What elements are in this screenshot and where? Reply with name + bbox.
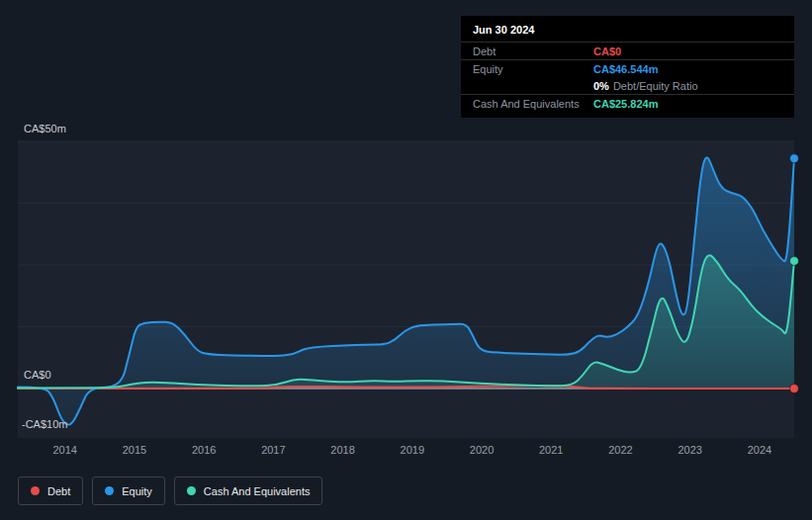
x-tick-2021: 2021 bbox=[539, 444, 563, 456]
chart-plot-area[interactable] bbox=[18, 141, 794, 438]
tooltip-ratio-row: 0% Debt/Equity Ratio bbox=[461, 77, 794, 94]
tooltip-debt-value: CA$0 bbox=[593, 45, 621, 57]
x-tick-2017: 2017 bbox=[261, 444, 285, 456]
debt-color-dot-icon bbox=[31, 486, 40, 495]
tooltip-cash-label: Cash And Equivalents bbox=[473, 98, 593, 110]
series-endpoint-equity[interactable] bbox=[790, 154, 799, 163]
tooltip-equity-row: Equity CA$46.544m bbox=[461, 60, 794, 77]
x-tick-2014: 2014 bbox=[52, 444, 76, 456]
y-axis-label-zero: CA$0 bbox=[24, 369, 51, 381]
tooltip-date: Jun 30 2024 bbox=[461, 16, 794, 42]
tooltip-ratio-label: Debt/Equity Ratio bbox=[613, 80, 698, 92]
y-axis-label-neg10m: -CA$10m bbox=[22, 418, 67, 430]
tooltip-debt-label: Debt bbox=[473, 45, 593, 57]
legend-item-cash[interactable]: Cash And Equivalents bbox=[174, 477, 323, 505]
tooltip-cash-value: CA$25.824m bbox=[593, 98, 658, 110]
x-tick-2016: 2016 bbox=[192, 444, 216, 456]
tooltip-ratio-value: 0% bbox=[593, 80, 609, 92]
x-tick-2018: 2018 bbox=[330, 444, 354, 456]
legend-item-debt[interactable]: Debt bbox=[18, 477, 83, 505]
x-tick-2022: 2022 bbox=[608, 444, 632, 456]
tooltip-debt-row: Debt CA$0 bbox=[461, 43, 794, 59]
x-tick-2015: 2015 bbox=[123, 444, 146, 456]
tooltip-equity-label: Equity bbox=[473, 63, 593, 75]
equity-color-dot-icon bbox=[105, 486, 114, 495]
debt-equity-history-chart[interactable] bbox=[18, 141, 794, 438]
legend-item-equity[interactable]: Equity bbox=[92, 477, 165, 505]
series-endpoint-cash[interactable] bbox=[790, 256, 799, 265]
x-tick-2019: 2019 bbox=[401, 444, 424, 456]
x-axis: 2014201520162017201820192020202120222023… bbox=[0, 444, 812, 458]
legend-label-equity: Equity bbox=[122, 485, 152, 497]
y-axis-label-50m: CA$50m bbox=[24, 123, 66, 134]
cash-color-dot-icon bbox=[187, 486, 196, 495]
x-tick-2023: 2023 bbox=[677, 444, 701, 456]
x-tick-2020: 2020 bbox=[470, 444, 494, 456]
tooltip-cash-row: Cash And Equivalents CA$25.824m bbox=[461, 95, 794, 112]
legend-label-cash: Cash And Equivalents bbox=[204, 485, 311, 497]
legend: Debt Equity Cash And Equivalents bbox=[18, 477, 322, 505]
chart-tooltip: Jun 30 2024 Debt CA$0 Equity CA$46.544m … bbox=[461, 16, 794, 118]
legend-label-debt: Debt bbox=[47, 485, 70, 497]
tooltip-equity-value: CA$46.544m bbox=[593, 63, 658, 75]
series-endpoint-debt[interactable] bbox=[790, 385, 799, 393]
x-tick-2024: 2024 bbox=[748, 444, 771, 456]
